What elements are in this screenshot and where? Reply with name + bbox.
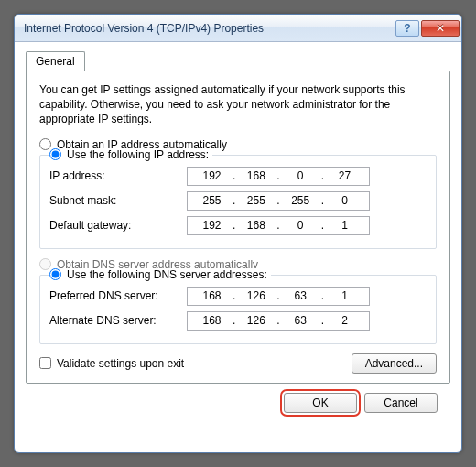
- gateway-label: Default gateway:: [49, 219, 187, 232]
- gw-oct2[interactable]: [235, 219, 276, 232]
- gateway-input[interactable]: . . .: [187, 216, 370, 235]
- alt-dns-label: Alternate DNS server:: [49, 314, 187, 327]
- ip-oct1[interactable]: [191, 169, 233, 182]
- validate-checkbox[interactable]: [39, 357, 51, 369]
- help-icon: ?: [404, 22, 410, 35]
- general-panel: You can get IP settings assigned automat…: [26, 71, 450, 384]
- content-area: General You can get IP settings assigned…: [15, 42, 461, 420]
- tab-general[interactable]: General: [26, 51, 85, 71]
- description-text: You can get IP settings assigned automat…: [39, 82, 437, 127]
- help-button[interactable]: ?: [395, 20, 419, 37]
- pd-oct4[interactable]: [324, 289, 365, 302]
- ip-oct4[interactable]: [324, 169, 365, 182]
- radio-use-ip-row: Use the following IP address:: [49, 148, 212, 161]
- ok-button[interactable]: OK: [284, 393, 357, 413]
- ip-oct2[interactable]: [235, 169, 276, 182]
- radio-use-ip[interactable]: [49, 148, 61, 160]
- pref-dns-input[interactable]: . . .: [187, 287, 370, 306]
- ad-oct3[interactable]: [280, 314, 321, 327]
- subnet-input[interactable]: . . .: [187, 191, 370, 211]
- close-icon: ✕: [436, 22, 445, 35]
- ip-group: Use the following IP address: IP address…: [39, 155, 437, 249]
- tabstrip: General: [26, 51, 450, 71]
- ip-address-label: IP address:: [49, 169, 187, 182]
- validate-checkbox-row: Validate settings upon exit: [39, 357, 184, 370]
- advanced-button[interactable]: Advanced...: [352, 353, 437, 374]
- radio-use-dns-row: Use the following DNS server addresses:: [49, 268, 271, 281]
- gw-oct3[interactable]: [280, 219, 321, 232]
- gw-oct4[interactable]: [324, 219, 365, 232]
- window-title: Internet Protocol Version 4 (TCP/IPv4) P…: [24, 22, 394, 35]
- dns-group: Use the following DNS server addresses: …: [39, 275, 437, 344]
- alt-dns-input[interactable]: . . .: [187, 311, 370, 331]
- ip-address-input[interactable]: . . .: [187, 167, 370, 186]
- validate-row: Validate settings upon exit Advanced...: [39, 353, 437, 374]
- footer: OK Cancel: [26, 384, 450, 413]
- ad-oct2[interactable]: [235, 314, 276, 327]
- pd-oct2[interactable]: [235, 289, 276, 302]
- validate-label: Validate settings upon exit: [57, 357, 184, 370]
- radio-use-dns-label: Use the following DNS server addresses:: [67, 268, 267, 281]
- subnet-label: Subnet mask:: [49, 194, 187, 207]
- ad-oct1[interactable]: [191, 314, 233, 327]
- pref-dns-label: Preferred DNS server:: [49, 289, 187, 302]
- ad-oct4[interactable]: [324, 314, 365, 327]
- sn-oct3[interactable]: [280, 194, 321, 207]
- sn-oct2[interactable]: [235, 194, 276, 207]
- ip-oct3[interactable]: [280, 169, 321, 182]
- sn-oct1[interactable]: [191, 194, 233, 207]
- sn-oct4[interactable]: [324, 194, 365, 207]
- close-button[interactable]: ✕: [421, 20, 460, 37]
- dialog-window: Internet Protocol Version 4 (TCP/IPv4) P…: [14, 14, 462, 453]
- cancel-button[interactable]: Cancel: [364, 393, 438, 413]
- gw-oct1[interactable]: [191, 219, 233, 232]
- titlebar: Internet Protocol Version 4 (TCP/IPv4) P…: [15, 15, 461, 42]
- pd-oct3[interactable]: [280, 289, 321, 302]
- radio-use-ip-label: Use the following IP address:: [67, 148, 209, 161]
- radio-use-dns[interactable]: [49, 268, 61, 280]
- pd-oct1[interactable]: [191, 289, 233, 302]
